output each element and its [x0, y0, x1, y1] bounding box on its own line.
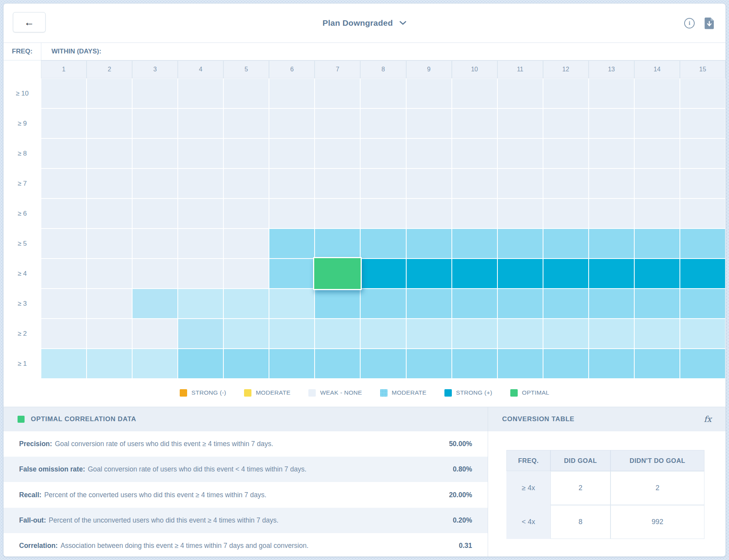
heatmap-cell[interactable]: [497, 198, 543, 229]
heatmap-cell[interactable]: [315, 289, 360, 319]
heatmap-cell[interactable]: [589, 108, 634, 138]
heatmap-cell[interactable]: [132, 259, 178, 289]
heatmap-cell[interactable]: [406, 138, 452, 168]
heatmap-cell[interactable]: [315, 198, 360, 229]
heatmap-cell[interactable]: [132, 168, 178, 198]
heatmap-cell[interactable]: [497, 168, 543, 198]
heatmap-cell[interactable]: [315, 349, 360, 379]
heatmap-cell[interactable]: [680, 289, 725, 319]
heatmap-cell[interactable]: [315, 229, 360, 259]
heatmap-cell[interactable]: [315, 78, 360, 108]
heatmap-cell[interactable]: [132, 78, 178, 108]
heatmap-cell[interactable]: [634, 138, 680, 168]
heatmap-cell[interactable]: [41, 198, 87, 229]
heatmap-cell[interactable]: [41, 78, 87, 108]
heatmap-cell[interactable]: [543, 319, 589, 349]
heatmap-cell[interactable]: [315, 319, 360, 349]
heatmap-cell[interactable]: [41, 289, 87, 319]
heatmap-cell[interactable]: [680, 168, 725, 198]
heatmap-cell[interactable]: [406, 349, 452, 379]
heatmap-cell[interactable]: [452, 108, 497, 138]
heatmap-cell[interactable]: [223, 259, 269, 289]
heatmap-cell[interactable]: [543, 108, 589, 138]
heatmap-cell[interactable]: [680, 349, 725, 379]
heatmap-cell[interactable]: [634, 78, 680, 108]
heatmap-cell[interactable]: [269, 198, 315, 229]
optimal-selected-cell[interactable]: [313, 257, 362, 290]
heatmap-cell[interactable]: [178, 289, 223, 319]
heatmap-cell[interactable]: [497, 78, 543, 108]
heatmap-cell[interactable]: [589, 229, 634, 259]
heatmap-cell[interactable]: [406, 259, 452, 289]
heatmap-cell[interactable]: [589, 138, 634, 168]
heatmap-cell[interactable]: [543, 198, 589, 229]
heatmap-cell[interactable]: [406, 168, 452, 198]
heatmap-cell[interactable]: [315, 168, 360, 198]
heatmap-cell[interactable]: [223, 198, 269, 229]
heatmap-cell[interactable]: [178, 259, 223, 289]
heatmap-cell[interactable]: [680, 198, 725, 229]
heatmap-cell[interactable]: [543, 138, 589, 168]
heatmap-cell[interactable]: [589, 78, 634, 108]
heatmap-cell[interactable]: [41, 108, 87, 138]
heatmap-cell[interactable]: [87, 108, 132, 138]
heatmap-cell[interactable]: [452, 78, 497, 108]
heatmap-cell[interactable]: [87, 198, 132, 229]
heatmap-cell[interactable]: [452, 259, 497, 289]
heatmap-cell[interactable]: [41, 229, 87, 259]
heatmap-cell[interactable]: [543, 168, 589, 198]
heatmap-cell[interactable]: [132, 138, 178, 168]
heatmap-cell[interactable]: [406, 289, 452, 319]
heatmap-cell[interactable]: [87, 319, 132, 349]
heatmap-cell[interactable]: [680, 78, 725, 108]
heatmap-cell[interactable]: [41, 259, 87, 289]
heatmap-cell[interactable]: [269, 108, 315, 138]
heatmap-cell[interactable]: [178, 229, 223, 259]
heatmap-cell[interactable]: [87, 138, 132, 168]
heatmap-cell[interactable]: [132, 289, 178, 319]
heatmap-cell[interactable]: [269, 168, 315, 198]
heatmap-cell[interactable]: [680, 108, 725, 138]
heatmap-cell[interactable]: [360, 289, 406, 319]
heatmap-cell[interactable]: [269, 259, 315, 289]
heatmap-cell[interactable]: [634, 319, 680, 349]
heatmap-cell[interactable]: [634, 289, 680, 319]
heatmap-cell[interactable]: [543, 229, 589, 259]
heatmap-cell[interactable]: [178, 349, 223, 379]
heatmap-cell[interactable]: [360, 138, 406, 168]
heatmap-cell[interactable]: [497, 319, 543, 349]
heatmap-cell[interactable]: [178, 319, 223, 349]
heatmap-cell[interactable]: [634, 198, 680, 229]
heatmap-cell[interactable]: [452, 289, 497, 319]
heatmap-cell[interactable]: [269, 78, 315, 108]
heatmap-cell[interactable]: [132, 349, 178, 379]
heatmap-cell[interactable]: [589, 168, 634, 198]
heatmap-cell[interactable]: [360, 349, 406, 379]
heatmap-cell[interactable]: [223, 138, 269, 168]
heatmap-cell[interactable]: [132, 319, 178, 349]
heatmap-cell[interactable]: [452, 319, 497, 349]
heatmap-cell[interactable]: [132, 108, 178, 138]
heatmap-cell[interactable]: [589, 289, 634, 319]
heatmap-cell[interactable]: [41, 349, 87, 379]
heatmap-cell[interactable]: [41, 319, 87, 349]
heatmap-cell[interactable]: [634, 349, 680, 379]
heatmap-cell[interactable]: [360, 229, 406, 259]
heatmap-cell[interactable]: [269, 319, 315, 349]
heatmap-cell[interactable]: [223, 78, 269, 108]
heatmap-cell[interactable]: [223, 229, 269, 259]
heatmap-cell[interactable]: [178, 138, 223, 168]
heatmap-cell[interactable]: [406, 319, 452, 349]
event-selector[interactable]: Plan Downgraded: [322, 18, 406, 28]
heatmap-cell[interactable]: [223, 319, 269, 349]
heatmap-cell[interactable]: [497, 259, 543, 289]
heatmap-cell[interactable]: [360, 319, 406, 349]
heatmap-cell[interactable]: [360, 198, 406, 229]
heatmap-cell[interactable]: [634, 168, 680, 198]
heatmap-cell[interactable]: [497, 138, 543, 168]
heatmap-cell[interactable]: [269, 349, 315, 379]
formula-fx-icon[interactable]: fx: [704, 415, 711, 424]
download-icon[interactable]: [704, 17, 715, 29]
back-button[interactable]: ←: [13, 12, 46, 32]
heatmap-cell[interactable]: [178, 108, 223, 138]
